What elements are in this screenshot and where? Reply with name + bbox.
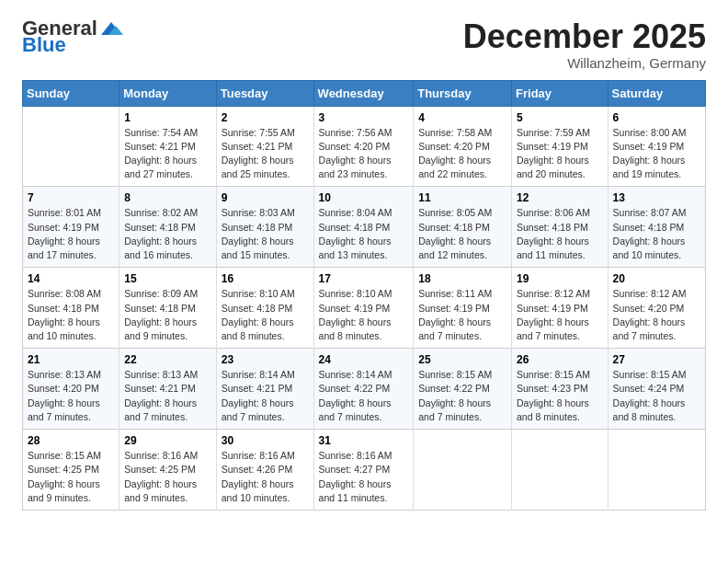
sunrise-text: Sunrise: 8:14 AM — [319, 369, 392, 380]
calendar-cell: 29Sunrise: 8:16 AMSunset: 4:25 PMDayligh… — [119, 430, 217, 511]
sunset-text: Sunset: 4:18 PM — [124, 303, 196, 314]
day-number: 13 — [613, 191, 701, 204]
day-info: Sunrise: 7:58 AMSunset: 4:20 PMDaylight:… — [418, 126, 507, 182]
week-row-3: 14Sunrise: 8:08 AMSunset: 4:18 PMDayligh… — [23, 268, 706, 349]
calendar-cell: 17Sunrise: 8:10 AMSunset: 4:19 PMDayligh… — [313, 268, 414, 349]
calendar-cell: 19Sunrise: 8:12 AMSunset: 4:19 PMDayligh… — [512, 268, 609, 349]
sunrise-text: Sunrise: 8:12 AM — [517, 288, 590, 299]
sunset-text: Sunset: 4:19 PM — [28, 222, 99, 233]
day-info: Sunrise: 8:10 AMSunset: 4:19 PMDaylight:… — [319, 287, 410, 343]
calendar-cell: 24Sunrise: 8:14 AMSunset: 4:22 PMDayligh… — [313, 349, 414, 430]
day-number: 27 — [613, 353, 701, 366]
calendar-cell — [608, 430, 705, 511]
day-info: Sunrise: 8:15 AMSunset: 4:23 PMDaylight:… — [517, 368, 604, 424]
sunrise-text: Sunrise: 8:06 AM — [517, 207, 590, 218]
day-number: 30 — [222, 434, 310, 447]
daylight-text: Daylight: 8 hours and 7 minutes. — [319, 397, 392, 422]
day-info: Sunrise: 7:56 AMSunset: 4:20 PMDaylight:… — [319, 126, 410, 182]
calendar-cell: 31Sunrise: 8:16 AMSunset: 4:27 PMDayligh… — [313, 430, 414, 511]
logo: General Blue — [22, 18, 123, 55]
day-info: Sunrise: 8:06 AMSunset: 4:18 PMDaylight:… — [517, 206, 604, 262]
sunset-text: Sunset: 4:22 PM — [319, 383, 391, 394]
daylight-text: Daylight: 8 hours and 11 minutes. — [517, 236, 589, 260]
sunset-text: Sunset: 4:23 PM — [517, 383, 588, 394]
sunset-text: Sunset: 4:18 PM — [28, 303, 99, 314]
calendar-cell: 21Sunrise: 8:13 AMSunset: 4:20 PMDayligh… — [23, 349, 119, 430]
day-info: Sunrise: 8:04 AMSunset: 4:18 PMDaylight:… — [319, 206, 410, 262]
daylight-text: Daylight: 8 hours and 27 minutes. — [124, 155, 197, 179]
sunset-text: Sunset: 4:19 PM — [613, 141, 685, 152]
calendar-cell: 16Sunrise: 8:10 AMSunset: 4:18 PMDayligh… — [216, 268, 313, 349]
day-info: Sunrise: 8:01 AMSunset: 4:19 PMDaylight:… — [28, 206, 115, 262]
day-info: Sunrise: 8:11 AMSunset: 4:19 PMDaylight:… — [418, 287, 507, 343]
daylight-text: Daylight: 8 hours and 7 minutes. — [222, 397, 294, 422]
calendar-cell: 18Sunrise: 8:11 AMSunset: 4:19 PMDayligh… — [414, 268, 512, 349]
day-info: Sunrise: 8:09 AMSunset: 4:18 PMDaylight:… — [124, 287, 212, 343]
sunset-text: Sunset: 4:21 PM — [124, 141, 196, 152]
day-number: 28 — [28, 434, 115, 447]
calendar-cell — [414, 430, 512, 511]
week-row-4: 21Sunrise: 8:13 AMSunset: 4:20 PMDayligh… — [23, 349, 706, 430]
day-info: Sunrise: 8:12 AMSunset: 4:19 PMDaylight:… — [517, 287, 604, 343]
sunrise-text: Sunrise: 8:07 AM — [613, 207, 687, 218]
weekday-header-row: SundayMondayTuesdayWednesdayThursdayFrid… — [23, 80, 706, 106]
daylight-text: Daylight: 8 hours and 10 minutes. — [222, 478, 294, 503]
day-number: 5 — [517, 111, 604, 124]
sunset-text: Sunset: 4:18 PM — [319, 222, 391, 233]
daylight-text: Daylight: 8 hours and 7 minutes. — [28, 397, 100, 422]
sunrise-text: Sunrise: 8:10 AM — [222, 288, 295, 299]
day-number: 17 — [319, 272, 410, 285]
day-number: 21 — [28, 353, 115, 366]
daylight-text: Daylight: 8 hours and 7 minutes. — [613, 316, 686, 341]
day-number: 15 — [124, 272, 212, 285]
sunset-text: Sunset: 4:19 PM — [517, 303, 588, 314]
daylight-text: Daylight: 8 hours and 17 minutes. — [28, 236, 100, 260]
sunset-text: Sunset: 4:19 PM — [517, 141, 588, 152]
daylight-text: Daylight: 8 hours and 9 minutes. — [28, 478, 100, 503]
location: Willanzheim, Germany — [463, 55, 706, 71]
daylight-text: Daylight: 8 hours and 8 minutes. — [517, 397, 589, 422]
sunset-text: Sunset: 4:26 PM — [222, 464, 293, 475]
calendar-cell: 10Sunrise: 8:04 AMSunset: 4:18 PMDayligh… — [313, 187, 414, 268]
day-number: 6 — [613, 111, 701, 124]
calendar-cell: 22Sunrise: 8:13 AMSunset: 4:21 PMDayligh… — [119, 349, 217, 430]
weekday-header-friday: Friday — [512, 80, 609, 106]
day-info: Sunrise: 8:07 AMSunset: 4:18 PMDaylight:… — [613, 206, 701, 262]
daylight-text: Daylight: 8 hours and 12 minutes. — [418, 236, 491, 260]
calendar-cell: 1Sunrise: 7:54 AMSunset: 4:21 PMDaylight… — [119, 106, 217, 187]
calendar-cell: 2Sunrise: 7:55 AMSunset: 4:21 PMDaylight… — [216, 106, 313, 187]
sunrise-text: Sunrise: 8:15 AM — [517, 369, 590, 380]
sunrise-text: Sunrise: 7:58 AM — [418, 127, 492, 138]
month-title: December 2025 — [463, 18, 706, 55]
daylight-text: Daylight: 8 hours and 8 minutes. — [222, 316, 294, 341]
daylight-text: Daylight: 8 hours and 19 minutes. — [613, 155, 686, 179]
day-info: Sunrise: 8:16 AMSunset: 4:25 PMDaylight:… — [124, 449, 212, 505]
week-row-1: 1Sunrise: 7:54 AMSunset: 4:21 PMDaylight… — [23, 106, 706, 187]
day-info: Sunrise: 8:13 AMSunset: 4:20 PMDaylight:… — [28, 368, 115, 424]
logo-icon — [99, 18, 123, 39]
day-number: 4 — [418, 111, 507, 124]
daylight-text: Daylight: 8 hours and 9 minutes. — [124, 316, 197, 341]
daylight-text: Daylight: 8 hours and 25 minutes. — [222, 155, 294, 179]
daylight-text: Daylight: 8 hours and 8 minutes. — [319, 316, 392, 341]
calendar-cell: 7Sunrise: 8:01 AMSunset: 4:19 PMDaylight… — [23, 187, 119, 268]
sunset-text: Sunset: 4:18 PM — [124, 222, 196, 233]
sunrise-text: Sunrise: 8:16 AM — [319, 450, 392, 461]
day-number: 18 — [418, 272, 507, 285]
day-info: Sunrise: 8:16 AMSunset: 4:27 PMDaylight:… — [319, 449, 410, 505]
sunrise-text: Sunrise: 8:16 AM — [222, 450, 295, 461]
day-info: Sunrise: 8:08 AMSunset: 4:18 PMDaylight:… — [28, 287, 115, 343]
calendar-cell: 13Sunrise: 8:07 AMSunset: 4:18 PMDayligh… — [608, 187, 705, 268]
sunset-text: Sunset: 4:22 PM — [418, 383, 490, 394]
calendar-cell: 20Sunrise: 8:12 AMSunset: 4:20 PMDayligh… — [608, 268, 705, 349]
calendar-cell: 28Sunrise: 8:15 AMSunset: 4:25 PMDayligh… — [23, 430, 119, 511]
day-number: 20 — [613, 272, 701, 285]
daylight-text: Daylight: 8 hours and 10 minutes. — [28, 316, 100, 341]
calendar-cell — [23, 106, 119, 187]
sunset-text: Sunset: 4:19 PM — [418, 303, 490, 314]
sunset-text: Sunset: 4:25 PM — [124, 464, 196, 475]
calendar-cell: 14Sunrise: 8:08 AMSunset: 4:18 PMDayligh… — [23, 268, 119, 349]
calendar-cell: 30Sunrise: 8:16 AMSunset: 4:26 PMDayligh… — [216, 430, 313, 511]
calendar-cell: 8Sunrise: 8:02 AMSunset: 4:18 PMDaylight… — [119, 187, 217, 268]
sunset-text: Sunset: 4:18 PM — [418, 222, 490, 233]
